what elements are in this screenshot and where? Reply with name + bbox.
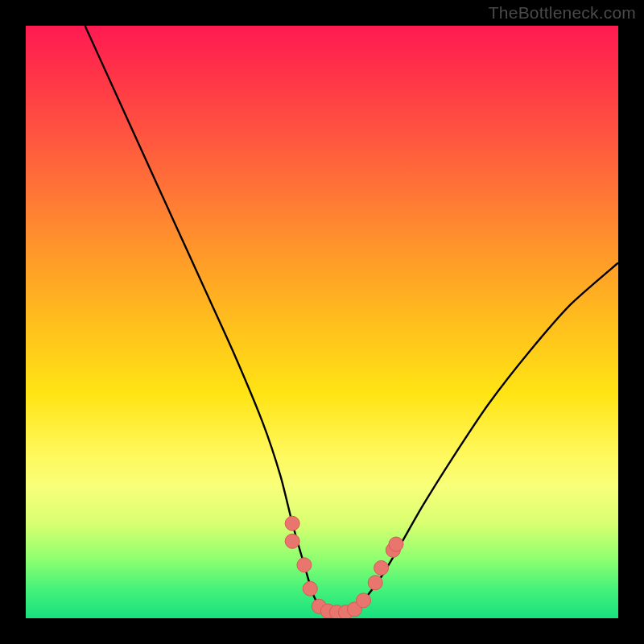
curve-marker xyxy=(368,576,382,590)
curve-marker xyxy=(320,604,335,618)
curve-markers xyxy=(285,516,403,618)
curve-marker xyxy=(386,543,400,557)
curve-marker xyxy=(338,605,353,618)
curve-marker xyxy=(297,558,312,572)
watermark-text: TheBottleneck.com xyxy=(489,3,636,23)
curve-marker xyxy=(312,599,326,613)
curve-marker xyxy=(347,602,361,617)
chart-frame: TheBottleneck.com xyxy=(0,0,644,644)
curve-marker xyxy=(374,560,389,575)
curve-marker xyxy=(285,534,299,548)
curve-marker xyxy=(389,537,403,551)
curve-marker xyxy=(285,516,299,530)
curve-marker xyxy=(329,605,344,618)
curve-marker xyxy=(357,593,371,608)
curve-marker xyxy=(303,581,317,596)
plot-area xyxy=(26,26,618,618)
curve-line xyxy=(85,26,618,613)
bottleneck-chart xyxy=(26,26,618,618)
